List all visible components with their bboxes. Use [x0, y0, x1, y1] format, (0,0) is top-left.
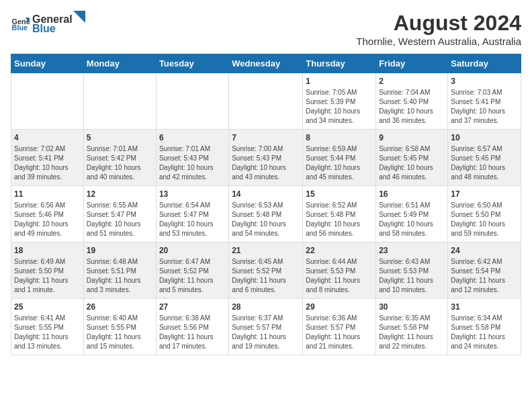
day-header-friday: Friday — [376, 54, 448, 73]
cell-date-number: 9 — [379, 133, 445, 142]
cell-date-number: 22 — [306, 246, 373, 255]
cell-info: Sunrise: 7:00 AM Sunset: 5:43 PM Dayligh… — [232, 144, 300, 182]
day-header-monday: Monday — [83, 54, 156, 73]
cell-info: Sunrise: 7:02 AM Sunset: 5:41 PM Dayligh… — [14, 144, 81, 182]
day-cell: 7Sunrise: 7:00 AM Sunset: 5:43 PM Daylig… — [229, 130, 303, 186]
day-cell: 27Sunrise: 6:38 AM Sunset: 5:56 PM Dayli… — [156, 299, 228, 355]
day-cell: 8Sunrise: 6:59 AM Sunset: 5:44 PM Daylig… — [303, 130, 376, 186]
week-row-2: 4Sunrise: 7:02 AM Sunset: 5:41 PM Daylig… — [11, 130, 521, 186]
cell-info: Sunrise: 6:52 AM Sunset: 5:48 PM Dayligh… — [306, 201, 373, 238]
cell-date-number: 15 — [306, 189, 373, 199]
cell-info: Sunrise: 6:47 AM Sunset: 5:52 PM Dayligh… — [159, 257, 226, 295]
cell-date-number: 25 — [14, 302, 81, 312]
cell-info: Sunrise: 6:56 AM Sunset: 5:46 PM Dayligh… — [14, 201, 81, 238]
cell-info: Sunrise: 6:34 AM Sunset: 5:58 PM Dayligh… — [451, 314, 518, 351]
day-cell: 23Sunrise: 6:43 AM Sunset: 5:53 PM Dayli… — [376, 242, 448, 299]
cell-date-number: 1 — [306, 77, 373, 86]
cell-info: Sunrise: 6:55 AM Sunset: 5:47 PM Dayligh… — [87, 201, 153, 238]
day-header-thursday: Thursday — [303, 54, 376, 73]
day-cell — [156, 73, 228, 130]
cell-date-number: 12 — [87, 189, 153, 199]
day-cell: 13Sunrise: 6:54 AM Sunset: 5:47 PM Dayli… — [156, 186, 228, 242]
cell-date-number: 31 — [451, 302, 518, 312]
cell-date-number: 29 — [306, 302, 373, 312]
cell-info: Sunrise: 6:37 AM Sunset: 5:57 PM Dayligh… — [232, 314, 300, 351]
cell-date-number: 27 — [159, 302, 226, 312]
cell-date-number: 5 — [87, 133, 153, 142]
cell-info: Sunrise: 6:43 AM Sunset: 5:53 PM Dayligh… — [379, 257, 445, 295]
day-cell: 18Sunrise: 6:49 AM Sunset: 5:50 PM Dayli… — [11, 242, 84, 299]
week-row-1: 1Sunrise: 7:05 AM Sunset: 5:39 PM Daylig… — [11, 73, 521, 130]
day-cell: 6Sunrise: 7:01 AM Sunset: 5:43 PM Daylig… — [156, 130, 228, 186]
day-cell: 3Sunrise: 7:03 AM Sunset: 5:41 PM Daylig… — [448, 73, 521, 130]
cell-info: Sunrise: 7:05 AM Sunset: 5:39 PM Dayligh… — [306, 88, 373, 126]
cell-info: Sunrise: 6:48 AM Sunset: 5:51 PM Dayligh… — [87, 257, 153, 295]
day-cell: 4Sunrise: 7:02 AM Sunset: 5:41 PM Daylig… — [11, 130, 84, 186]
day-cell: 25Sunrise: 6:41 AM Sunset: 5:55 PM Dayli… — [11, 299, 84, 355]
cell-date-number: 13 — [159, 189, 226, 199]
header-row: SundayMondayTuesdayWednesdayThursdayFrid… — [11, 54, 521, 73]
cell-info: Sunrise: 7:03 AM Sunset: 5:41 PM Dayligh… — [451, 88, 518, 126]
cell-info: Sunrise: 6:50 AM Sunset: 5:50 PM Dayligh… — [451, 201, 518, 238]
cell-date-number: 14 — [232, 189, 300, 199]
cell-date-number: 26 — [87, 302, 153, 312]
cell-info: Sunrise: 6:35 AM Sunset: 5:58 PM Dayligh… — [379, 314, 445, 351]
cell-info: Sunrise: 6:58 AM Sunset: 5:45 PM Dayligh… — [379, 144, 445, 182]
cell-info: Sunrise: 6:41 AM Sunset: 5:55 PM Dayligh… — [14, 314, 81, 351]
day-cell: 2Sunrise: 7:04 AM Sunset: 5:40 PM Daylig… — [376, 73, 448, 130]
logo-triangle — [73, 11, 85, 23]
cell-date-number: 20 — [159, 246, 226, 255]
title-section: August 2024 Thornlie, Western Australia,… — [356, 11, 521, 47]
cell-info: Sunrise: 7:01 AM Sunset: 5:43 PM Dayligh… — [159, 144, 226, 182]
cell-info: Sunrise: 7:04 AM Sunset: 5:40 PM Dayligh… — [379, 88, 445, 126]
cell-info: Sunrise: 6:45 AM Sunset: 5:52 PM Dayligh… — [232, 257, 300, 295]
cell-info: Sunrise: 6:44 AM Sunset: 5:53 PM Dayligh… — [306, 257, 373, 295]
cell-info: Sunrise: 6:54 AM Sunset: 5:47 PM Dayligh… — [159, 201, 226, 238]
logo-icon: General Blue — [11, 13, 30, 32]
cell-date-number: 4 — [14, 133, 81, 142]
day-cell: 10Sunrise: 6:57 AM Sunset: 5:45 PM Dayli… — [448, 130, 521, 186]
page-header: General Blue General Blue August 2024 Th… — [11, 11, 521, 47]
day-cell: 1Sunrise: 7:05 AM Sunset: 5:39 PM Daylig… — [303, 73, 376, 130]
cell-date-number: 24 — [451, 246, 518, 255]
cell-info: Sunrise: 6:57 AM Sunset: 5:45 PM Dayligh… — [451, 144, 518, 182]
cell-date-number: 17 — [451, 189, 518, 199]
day-cell: 29Sunrise: 6:36 AM Sunset: 5:57 PM Dayli… — [303, 299, 376, 355]
day-header-tuesday: Tuesday — [156, 54, 228, 73]
day-cell: 14Sunrise: 6:53 AM Sunset: 5:48 PM Dayli… — [229, 186, 303, 242]
day-cell: 24Sunrise: 6:42 AM Sunset: 5:54 PM Dayli… — [448, 242, 521, 299]
day-cell: 26Sunrise: 6:40 AM Sunset: 5:55 PM Dayli… — [83, 299, 156, 355]
cell-info: Sunrise: 6:49 AM Sunset: 5:50 PM Dayligh… — [14, 257, 81, 295]
calendar-table: SundayMondayTuesdayWednesdayThursdayFrid… — [11, 54, 521, 355]
cell-info: Sunrise: 6:36 AM Sunset: 5:57 PM Dayligh… — [306, 314, 373, 351]
cell-info: Sunrise: 6:40 AM Sunset: 5:55 PM Dayligh… — [87, 314, 153, 351]
cell-date-number: 18 — [14, 246, 81, 255]
day-cell: 22Sunrise: 6:44 AM Sunset: 5:53 PM Dayli… — [303, 242, 376, 299]
day-cell: 16Sunrise: 6:51 AM Sunset: 5:49 PM Dayli… — [376, 186, 448, 242]
day-cell: 31Sunrise: 6:34 AM Sunset: 5:58 PM Dayli… — [448, 299, 521, 355]
day-header-saturday: Saturday — [448, 54, 521, 73]
cell-date-number: 3 — [451, 77, 518, 86]
cell-date-number: 16 — [379, 189, 445, 199]
location: Thornlie, Western Australia, Australia — [356, 36, 521, 47]
cell-date-number: 10 — [451, 133, 518, 142]
week-row-4: 18Sunrise: 6:49 AM Sunset: 5:50 PM Dayli… — [11, 242, 521, 299]
svg-text:Blue: Blue — [12, 24, 28, 32]
day-cell: 28Sunrise: 6:37 AM Sunset: 5:57 PM Dayli… — [229, 299, 303, 355]
cell-info: Sunrise: 6:42 AM Sunset: 5:54 PM Dayligh… — [451, 257, 518, 295]
day-cell: 17Sunrise: 6:50 AM Sunset: 5:50 PM Dayli… — [448, 186, 521, 242]
week-row-3: 11Sunrise: 6:56 AM Sunset: 5:46 PM Dayli… — [11, 186, 521, 242]
svg-marker-3 — [73, 11, 85, 23]
cell-date-number: 21 — [232, 246, 300, 255]
cell-date-number: 23 — [379, 246, 445, 255]
cell-date-number: 2 — [379, 77, 445, 86]
cell-info: Sunrise: 6:51 AM Sunset: 5:49 PM Dayligh… — [379, 201, 445, 238]
cell-date-number: 19 — [87, 246, 153, 255]
cell-date-number: 7 — [232, 133, 300, 142]
week-row-5: 25Sunrise: 6:41 AM Sunset: 5:55 PM Dayli… — [11, 299, 521, 355]
day-cell — [11, 73, 84, 130]
logo: General Blue General Blue — [11, 11, 86, 35]
day-cell — [229, 73, 303, 130]
day-header-sunday: Sunday — [11, 54, 84, 73]
day-cell: 11Sunrise: 6:56 AM Sunset: 5:46 PM Dayli… — [11, 186, 84, 242]
